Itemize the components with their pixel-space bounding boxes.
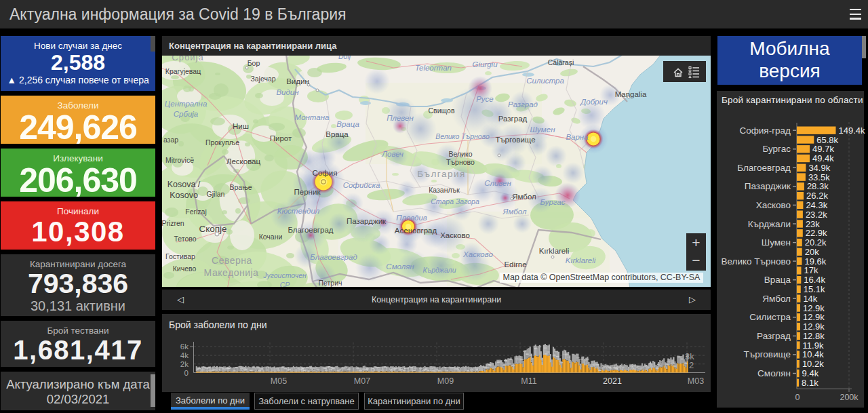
svg-text:49.4k: 49.4k xyxy=(812,153,834,163)
svg-text:Благоевград: Благоевград xyxy=(737,163,791,173)
svg-text:11.9k: 11.9k xyxy=(803,340,824,351)
svg-text:12.9k: 12.9k xyxy=(803,303,825,313)
svg-text:Силистра: Силистра xyxy=(749,312,791,322)
svg-text:Търговище: Търговище xyxy=(743,349,791,359)
svg-text:16.4k: 16.4k xyxy=(804,275,825,285)
svg-text:8.1k: 8.1k xyxy=(802,378,818,388)
svg-text:19.6k: 19.6k xyxy=(805,256,827,267)
svg-text:Разград: Разград xyxy=(757,331,791,341)
svg-text:2: 2 xyxy=(689,360,694,370)
svg-text:17k: 17k xyxy=(804,265,818,275)
svg-text:M11: M11 xyxy=(521,376,536,386)
svg-text:22.9k: 22.9k xyxy=(806,228,827,238)
svg-text:200k: 200k xyxy=(840,393,859,402)
svg-text:M05: M05 xyxy=(271,376,287,386)
svg-text:Хасково: Хасково xyxy=(756,200,791,210)
svg-text:Кърджали: Кърджали xyxy=(748,219,791,229)
svg-text:Пазарджик: Пазарджик xyxy=(745,181,791,191)
svg-text:6k: 6k xyxy=(180,342,189,351)
svg-text:33.5k: 33.5k xyxy=(808,172,830,182)
svg-text:9.4k: 9.4k xyxy=(802,368,819,378)
svg-text:10.2k: 10.2k xyxy=(802,359,824,369)
svg-text:2021: 2021 xyxy=(603,376,622,386)
svg-text:10.4k: 10.4k xyxy=(802,349,824,359)
svg-text:Шумен: Шумен xyxy=(762,237,791,248)
svg-text:M07: M07 xyxy=(354,376,370,386)
svg-text:34.9k: 34.9k xyxy=(808,163,830,173)
svg-text:2k: 2k xyxy=(180,360,189,368)
svg-text:65.8k: 65.8k xyxy=(816,135,838,145)
svg-text:23.2k: 23.2k xyxy=(806,210,827,220)
svg-text:Велико Търново: Велико Търново xyxy=(722,256,791,267)
svg-text:Бургас: Бургас xyxy=(762,144,791,154)
svg-text:Враца: Враца xyxy=(764,275,791,285)
svg-text:Ямбол: Ямбол xyxy=(762,294,791,304)
svg-text:12.9k: 12.9k xyxy=(803,321,825,332)
svg-text:28.3k: 28.3k xyxy=(807,181,829,191)
svg-text:0: 0 xyxy=(184,369,189,377)
svg-text:14k: 14k xyxy=(803,294,817,304)
svg-text:M09: M09 xyxy=(437,376,454,386)
svg-text:София-град: София-град xyxy=(739,125,791,136)
svg-text:23k: 23k xyxy=(806,219,820,229)
svg-text:149.4k: 149.4k xyxy=(839,125,866,136)
svg-text:12.9k: 12.9k xyxy=(803,312,825,322)
svg-text:0: 0 xyxy=(795,393,800,402)
svg-text:M03: M03 xyxy=(688,376,704,386)
svg-text:24.3k: 24.3k xyxy=(806,200,827,210)
svg-text:4k: 4k xyxy=(180,351,189,359)
svg-text:20k: 20k xyxy=(805,247,819,257)
svg-text:Смолян: Смолян xyxy=(757,368,791,378)
